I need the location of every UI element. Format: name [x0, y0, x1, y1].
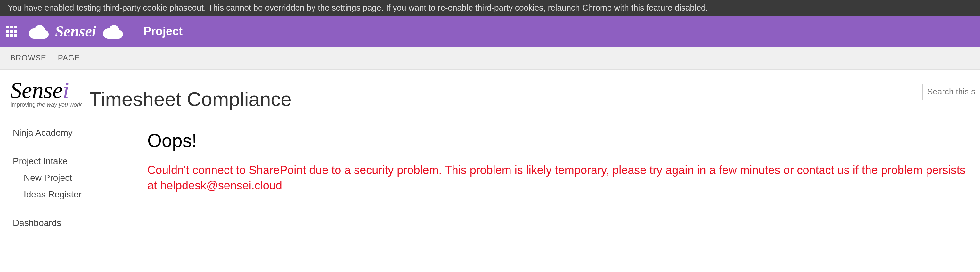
sidebar-item-new-project[interactable]: New Project — [13, 169, 121, 186]
header-row: Sensei Improving the way you work Timesh… — [0, 70, 980, 118]
ribbon: BROWSE PAGE — [0, 47, 980, 70]
logo-tagline: Improving the way you work — [10, 101, 82, 108]
search-wrap — [922, 80, 980, 100]
site-logo[interactable]: Sensei Improving the way you work — [10, 80, 82, 108]
sidebar-item-dashboards[interactable]: Dashboards — [13, 215, 121, 231]
logo-text: Sensei — [10, 80, 82, 101]
error-heading: Oops! — [147, 130, 967, 151]
logo-name: Sense — [10, 77, 63, 103]
brand-zone: Sensei — [27, 22, 124, 40]
notice-text: You have enabled testing third-party coo… — [8, 3, 708, 13]
tagline-prefix: Improving — [10, 101, 37, 108]
app-title[interactable]: Project — [143, 25, 183, 38]
cloud-icon — [27, 24, 50, 39]
page-title: Timesheet Compliance — [89, 88, 292, 111]
main-content: Oops! Couldn't connect to SharePoint due… — [128, 118, 980, 238]
tab-page[interactable]: PAGE — [58, 54, 80, 62]
sidebar-item-project-intake[interactable]: Project Intake — [13, 153, 121, 169]
sidebar: Ninja Academy Project Intake New Project… — [0, 118, 128, 238]
app-launcher-icon[interactable] — [4, 24, 19, 39]
cookie-phaseout-notice: You have enabled testing third-party coo… — [0, 0, 980, 16]
logo-accent: i — [63, 77, 69, 103]
cloud-icon — [101, 24, 124, 39]
search-input[interactable] — [922, 84, 980, 100]
error-body: Couldn't connect to SharePoint due to a … — [147, 163, 967, 194]
app-bar: Sensei Project — [0, 16, 980, 47]
tagline-em: the way you work — [37, 101, 82, 108]
content-lower: Ninja Academy Project Intake New Project… — [0, 118, 980, 238]
sidebar-divider — [13, 209, 83, 209]
brand-name: Sensei — [55, 22, 96, 40]
tab-browse[interactable]: BROWSE — [10, 54, 46, 62]
sidebar-item-ninja-academy[interactable]: Ninja Academy — [13, 125, 121, 141]
sidebar-item-ideas-register[interactable]: Ideas Register — [13, 186, 121, 203]
